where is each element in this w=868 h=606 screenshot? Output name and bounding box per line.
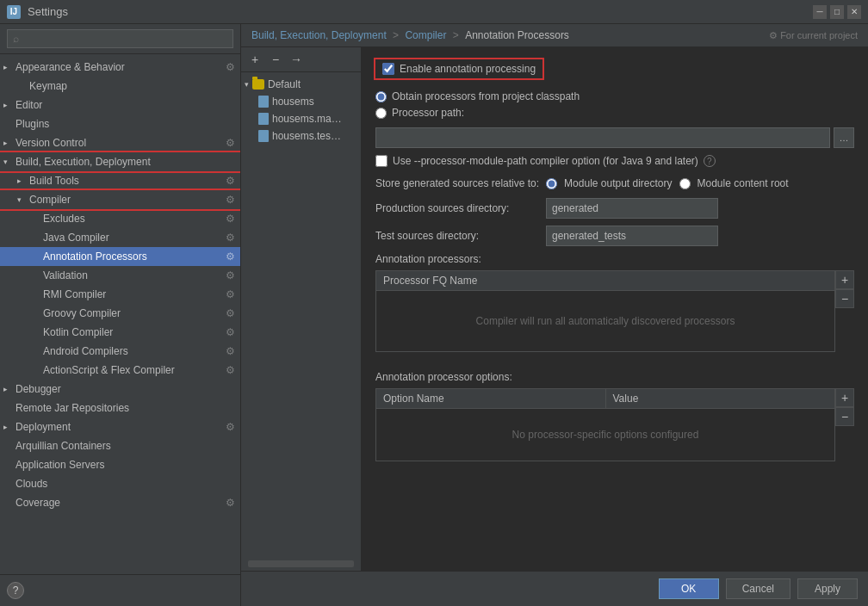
module-output-label: Module output directory (564, 177, 672, 189)
sidebar-item-remote-jar[interactable]: Remote Jar Repositories (0, 399, 240, 417)
search-box (0, 24, 240, 54)
window-controls: ─ □ ✕ (813, 5, 861, 19)
sidebar-item-actionscript-compiler[interactable]: ActionScript & Flex Compiler ⚙ (0, 361, 240, 380)
sidebar-item-coverage[interactable]: Coverage ⚙ (0, 493, 240, 512)
add-profile-button[interactable]: + (246, 51, 264, 68)
sidebar-item-android-compilers[interactable]: Android Compilers ⚙ (0, 342, 240, 361)
ok-button[interactable]: OK (659, 578, 719, 599)
sidebar-item-version-control[interactable]: ▸ Version Control ⚙ (0, 133, 240, 152)
sidebar-bottom: ? (0, 574, 240, 606)
help-inline-icon[interactable]: ? (704, 155, 716, 167)
close-button[interactable]: ✕ (847, 5, 861, 19)
sidebar-item-kotlin-compiler[interactable]: Kotlin Compiler ⚙ (0, 323, 240, 342)
processors-table-side-buttons: + − (835, 270, 854, 362)
tree-panel-file2[interactable]: housems.ma… (241, 110, 361, 127)
sidebar-item-label: Appearance & Behavior (16, 61, 223, 73)
remove-option-button[interactable]: − (835, 407, 854, 426)
obtain-processors-radio[interactable] (375, 91, 387, 102)
remove-profile-button[interactable]: − (267, 51, 284, 68)
sidebar-item-build-tools[interactable]: ▸ Build Tools ⚙ (0, 171, 240, 190)
breadcrumb-part1[interactable]: Build, Execution, Deployment (251, 29, 387, 41)
breadcrumb-part2[interactable]: Compiler (405, 29, 446, 41)
remove-processor-button[interactable]: − (835, 289, 854, 308)
sidebar-tree: ▸ Appearance & Behavior ⚙ Keymap ▸ Edito… (0, 54, 240, 574)
arrow-icon: ▸ (3, 139, 16, 147)
production-sources-input[interactable] (546, 198, 718, 219)
sidebar-item-keymap[interactable]: Keymap (0, 77, 240, 96)
sidebar-item-app-servers[interactable]: Application Servers (0, 455, 240, 474)
help-button[interactable]: ? (7, 582, 24, 599)
sidebar: ▸ Appearance & Behavior ⚙ Keymap ▸ Edito… (0, 24, 241, 606)
sidebar-item-plugins[interactable]: Plugins (0, 114, 240, 133)
scrollbar[interactable] (248, 560, 354, 567)
triangle-icon: ▾ (245, 80, 249, 89)
settings-icon: ⚙ (223, 420, 237, 434)
settings-icon: ⚙ (223, 231, 237, 244)
processor-path-input[interactable] (375, 127, 830, 148)
compiler-note: Compiler will run all automatically disc… (476, 315, 735, 327)
sidebar-item-rmi-compiler[interactable]: RMI Compiler ⚙ (0, 285, 240, 304)
tree-panel: + − → ▾ Default housems (241, 47, 362, 571)
search-input[interactable] (7, 29, 233, 48)
enable-annotation-checkbox[interactable] (382, 63, 394, 75)
forward-button[interactable]: → (288, 51, 305, 68)
sidebar-item-excludes[interactable]: Excludes ⚙ (0, 209, 240, 228)
processors-table: Processor FQ Name Compiler will run all … (375, 270, 835, 352)
add-option-button[interactable]: + (835, 388, 854, 407)
file-icon (258, 130, 269, 142)
sidebar-item-appearance[interactable]: ▸ Appearance & Behavior ⚙ (0, 58, 240, 77)
cancel-button[interactable]: Cancel (726, 578, 790, 599)
tree-panel-file3[interactable]: housems.tes… (241, 127, 361, 145)
obtain-processors-label: Obtain processors from project classpath (392, 90, 580, 102)
settings-icon: ⚙ (223, 344, 237, 358)
options-table-header: Option Name Value (376, 389, 834, 409)
settings-icon: ⚙ (223, 363, 237, 377)
main-layout: ▸ Appearance & Behavior ⚙ Keymap ▸ Edito… (0, 24, 868, 606)
add-processor-button[interactable]: + (835, 270, 854, 289)
processors-table-container: Processor FQ Name Compiler will run all … (375, 270, 854, 362)
sidebar-item-compiler[interactable]: ▾ Compiler ⚙ (0, 190, 240, 209)
sidebar-item-label: Keymap (29, 80, 237, 92)
sidebar-item-arquillian[interactable]: Arquillian Containers (0, 436, 240, 455)
module-output-radio[interactable] (546, 178, 557, 189)
sidebar-item-java-compiler[interactable]: Java Compiler ⚙ (0, 228, 240, 247)
sidebar-item-label: Coverage (16, 497, 223, 509)
module-content-radio[interactable] (679, 178, 691, 189)
test-sources-row: Test sources directory: (375, 226, 854, 246)
minimize-button[interactable]: ─ (813, 5, 827, 19)
sidebar-item-label: Debugger (16, 383, 237, 395)
breadcrumb-arrow2: > (453, 29, 462, 41)
sidebar-item-annotation-processors[interactable]: Annotation Processors ⚙ (0, 247, 240, 266)
browse-button[interactable]: … (834, 127, 854, 148)
enable-annotation-checkbox-container: Enable annotation processing (375, 59, 542, 78)
tree-panel-file1[interactable]: housems (241, 93, 361, 110)
tree-panel-default[interactable]: ▾ Default (241, 76, 361, 93)
sidebar-item-build-execution[interactable]: ▾ Build, Execution, Deployment (0, 152, 240, 171)
arrow-icon: ▾ (17, 195, 29, 204)
sidebar-item-label: Validation (43, 269, 223, 281)
options-table-container: Option Name Value No processor-specific … (375, 388, 854, 461)
processor-path-radio[interactable] (375, 108, 387, 119)
settings-panel: Enable annotation processing Obtain proc… (362, 47, 868, 571)
maximize-button[interactable]: □ (830, 5, 844, 19)
sidebar-item-editor[interactable]: ▸ Editor (0, 96, 240, 114)
file-label: housems.tes… (272, 130, 341, 142)
sidebar-item-label: Excludes (43, 213, 223, 225)
sidebar-item-clouds[interactable]: Clouds (0, 474, 240, 493)
sidebar-item-label: Build, Execution, Deployment (16, 156, 237, 168)
sidebar-item-validation[interactable]: Validation ⚙ (0, 266, 240, 285)
sidebar-item-label: Editor (16, 99, 237, 111)
sidebar-item-debugger[interactable]: ▸ Debugger (0, 380, 240, 399)
file-icon (258, 96, 269, 108)
arrow-icon: ▸ (3, 101, 16, 109)
settings-icon: ⚙ (223, 136, 237, 150)
sidebar-item-deployment[interactable]: ▸ Deployment ⚙ (0, 417, 240, 436)
apply-button[interactable]: Apply (797, 578, 858, 599)
tree-panel-list: ▾ Default housems housems.ma… hous (241, 72, 361, 557)
test-sources-input[interactable] (546, 226, 718, 246)
use-processor-module-checkbox[interactable] (375, 155, 388, 167)
arrow-icon: ▸ (17, 176, 29, 185)
sidebar-item-label: Annotation Processors (43, 250, 223, 263)
store-sources-label: Store generated sources relative to: (375, 177, 539, 189)
sidebar-item-groovy-compiler[interactable]: Groovy Compiler ⚙ (0, 304, 240, 323)
